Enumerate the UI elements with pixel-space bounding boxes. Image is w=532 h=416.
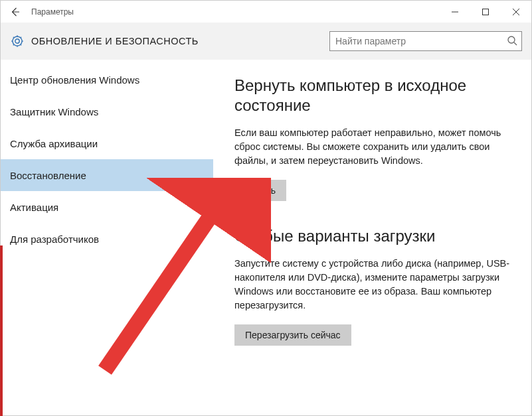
- search-icon: [507, 35, 517, 48]
- sidebar-item-label: Центр обновления Windows: [10, 74, 139, 86]
- search-input[interactable]: [335, 36, 501, 46]
- maximize-button[interactable]: [470, 1, 501, 23]
- sidebar-item-label: Для разработчиков: [10, 234, 99, 245]
- sidebar-item-label: Защитник Windows: [10, 106, 98, 117]
- search-box[interactable]: [329, 31, 522, 51]
- arrow-left-icon: [9, 6, 21, 18]
- search-container: [329, 31, 522, 51]
- content-area: Вернуть компьютер в исходное состояние Е…: [213, 60, 531, 415]
- svg-point-3: [508, 36, 515, 43]
- sidebar-item-activation[interactable]: Активация: [1, 191, 213, 223]
- sidebar-item-label: Активация: [10, 202, 58, 213]
- annotation-red-bar: [0, 245, 3, 416]
- maximize-icon: [482, 8, 489, 16]
- restart-now-button[interactable]: Перезагрузить сейчас: [234, 324, 351, 346]
- reset-heading: Вернуть компьютер в исходное состояние: [234, 76, 515, 115]
- svg-line-4: [514, 42, 517, 45]
- advanced-heading: Особые варианты загрузки: [234, 226, 515, 246]
- sidebar-item-recovery[interactable]: Восстановление: [1, 159, 213, 191]
- page-header: ОБНОВЛЕНИЕ И БЕЗОПАСНОСТЬ: [1, 23, 531, 60]
- advanced-description: Запустите систему с устройства либо диск…: [234, 257, 515, 312]
- sidebar-item-label: Восстановление: [10, 170, 86, 181]
- reset-start-button[interactable]: Начать: [234, 180, 286, 201]
- reset-description: Если ваш компьютер работает неправильно,…: [234, 126, 515, 168]
- close-icon: [512, 8, 520, 16]
- minimize-icon: [451, 8, 459, 16]
- settings-window: Параметры ОБНОВЛЕНИЕ И БЕЗОПАСНОСТЬ: [0, 0, 532, 416]
- body: Центр обновления Windows Защитник Window…: [1, 60, 531, 415]
- sidebar-item-backup[interactable]: Служба архивации: [1, 127, 213, 159]
- reset-pc-section: Вернуть компьютер в исходное состояние Е…: [234, 76, 515, 201]
- sidebar-item-developers[interactable]: Для разработчиков: [1, 223, 213, 255]
- sidebar-item-windows-update[interactable]: Центр обновления Windows: [1, 64, 213, 96]
- advanced-startup-section: Особые варианты загрузки Запустите систе…: [234, 226, 515, 346]
- page-title: ОБНОВЛЕНИЕ И БЕЗОПАСНОСТЬ: [31, 36, 199, 46]
- sidebar-item-defender[interactable]: Защитник Windows: [1, 96, 213, 127]
- svg-rect-1: [483, 9, 489, 15]
- back-button[interactable]: [1, 1, 30, 23]
- sidebar: Центр обновления Windows Защитник Window…: [1, 60, 213, 415]
- caption-buttons: [440, 1, 531, 23]
- window-title: Параметры: [31, 7, 74, 17]
- close-button[interactable]: [501, 1, 531, 23]
- title-bar: Параметры: [1, 1, 531, 23]
- settings-gear-icon: [10, 34, 25, 48]
- minimize-button[interactable]: [440, 1, 470, 23]
- sidebar-item-label: Служба архивации: [10, 138, 98, 149]
